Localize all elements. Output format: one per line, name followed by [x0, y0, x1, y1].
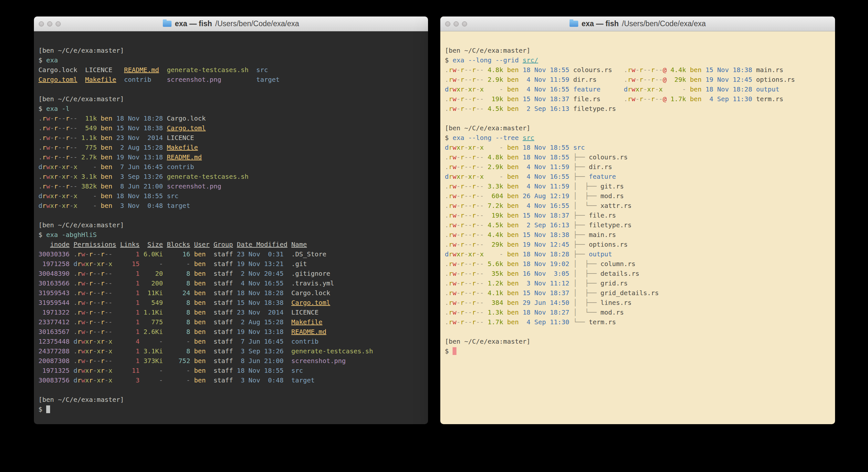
- terminal-text: [163, 270, 186, 277]
- permission-bit: r: [472, 85, 476, 93]
- terminal-text: 19 Nov 13:18: [237, 328, 284, 335]
- terminal-screen[interactable]: [ben ~/C/e/exa:master]$ exaCargo.lock LI…: [34, 31, 428, 414]
- permission-bit: -: [62, 114, 66, 122]
- terminal-text: 12375448: [38, 337, 69, 345]
- permission-bit: x: [457, 250, 460, 258]
- permission-bit: -: [457, 318, 460, 326]
- terminal-text: exa --long --grid: [453, 56, 523, 64]
- terminal-text: [ben ~/C/e/exa:master]: [445, 337, 530, 345]
- zoom-button[interactable]: [462, 21, 467, 27]
- close-button[interactable]: [445, 21, 450, 27]
- permission-bit: r: [101, 250, 105, 258]
- terminal-text: 35k: [492, 270, 503, 277]
- permission-bit: -: [97, 308, 101, 316]
- terminal-screen[interactable]: [ben ~/C/e/exa:master]$ exa --long --gri…: [440, 31, 835, 356]
- permission-bit: -: [62, 182, 66, 190]
- permission-bit: -: [480, 221, 484, 229]
- permission-bit: r: [54, 182, 58, 190]
- titlebar[interactable]: exa — fish /Users/ben/Code/exa/exa: [440, 17, 835, 31]
- minimize-button[interactable]: [454, 21, 459, 27]
- permission-bit: -: [93, 250, 97, 258]
- terminal-text: Date Modified: [237, 240, 287, 248]
- terminal-text: [97, 144, 101, 151]
- desktop: { "desktop": { "background": "#000000" }…: [0, 0, 868, 472]
- terminal-line: drwxr-xr-x - ben 18 Nov 18:55 src: [445, 143, 831, 152]
- permission-bit: -: [69, 173, 73, 180]
- terminal-text: [163, 299, 186, 306]
- permission-bit: .: [445, 211, 449, 219]
- terminal-text: 18 Nov 18:28: [116, 114, 163, 122]
- permission-bit: .: [73, 279, 77, 287]
- permission-bit: -: [69, 124, 73, 132]
- terminal-text: ├──: [573, 250, 589, 258]
- terminal-text: [77, 134, 81, 142]
- terminal-text: [519, 299, 523, 306]
- terminal-text: 2 Aug 15:28: [237, 318, 284, 326]
- terminal-line: 20087308 .rw-r--r-- 1 373Ki 752 ben staf…: [38, 356, 424, 366]
- permission-bit: x: [62, 202, 66, 209]
- permission-bit: -: [464, 153, 468, 161]
- close-button[interactable]: [39, 21, 44, 27]
- permission-bit: -: [464, 182, 468, 190]
- terminal-text: [77, 202, 93, 209]
- permission-bit: r: [460, 289, 464, 297]
- terminal-text: ├──: [573, 211, 589, 219]
- terminal-text: [163, 202, 167, 209]
- terminal-text: $: [445, 134, 453, 142]
- terminal-line: [ben ~/C/e/exa:master]: [38, 220, 424, 230]
- terminal-text: 18 Nov 18:55: [523, 144, 569, 151]
- permission-bit: .: [445, 270, 449, 277]
- permission-bit: x: [108, 347, 113, 355]
- minimize-button[interactable]: [47, 21, 52, 27]
- terminal-text: 23 Nov 2014: [116, 134, 163, 142]
- terminal-text: [503, 299, 507, 306]
- terminal-line: 31959543 .rw-r--r-- 1 11Ki 24 ben staff …: [38, 288, 424, 298]
- titlebar[interactable]: exa — fish /Users/ben/Code/exa/exa: [34, 17, 428, 31]
- terminal-text: target: [256, 76, 279, 83]
- terminal-text: [206, 376, 214, 384]
- permission-bit: r: [101, 357, 105, 365]
- terminal-text: target: [291, 376, 315, 384]
- permission-bit: .: [445, 192, 449, 200]
- terminal-text: ben: [690, 85, 702, 93]
- permission-bit: x: [108, 376, 113, 384]
- terminal-text: [140, 318, 151, 326]
- permission-bit: -: [93, 366, 97, 374]
- terminal-text: [163, 328, 186, 335]
- terminal-text: [77, 124, 85, 132]
- terminal-text: main.rs: [589, 231, 616, 239]
- terminal-text: [503, 318, 507, 326]
- terminal-text: [206, 328, 214, 335]
- terminal-text: [38, 240, 50, 248]
- permission-bit: r: [472, 202, 476, 209]
- permission-bit: r: [42, 173, 46, 180]
- permission-bit: w: [81, 260, 85, 268]
- permission-bit: r: [101, 337, 105, 345]
- terminal-text: 1.2k: [488, 279, 503, 287]
- terminal-text: [113, 153, 116, 161]
- terminal-line: .rw-r--r-- 4.5k ben 2 Sep 16:13 filetype…: [445, 104, 831, 114]
- terminal-text: src: [523, 134, 534, 142]
- terminal-text: [116, 76, 124, 83]
- permission-bit: x: [97, 376, 101, 384]
- permission-bit: r: [42, 192, 46, 200]
- terminal-text: [484, 318, 488, 326]
- terminal-text: [503, 270, 507, 277]
- permission-bit: -: [50, 153, 54, 161]
- terminal-text: $: [38, 105, 46, 113]
- terminal-text: [569, 95, 573, 103]
- permission-bit: -: [457, 221, 460, 229]
- permission-bit: r: [77, 366, 81, 374]
- terminal-text: [503, 85, 507, 93]
- permission-bit: r: [101, 347, 105, 355]
- terminal-text: └──: [573, 318, 589, 326]
- terminal-text: 29k: [675, 76, 686, 83]
- permission-bit: -: [476, 182, 480, 190]
- terminal-text: [569, 250, 573, 258]
- permission-bit: .: [445, 221, 449, 229]
- permission-bit: r: [472, 299, 476, 306]
- terminal-text: ben: [507, 173, 519, 180]
- permission-bit: r: [77, 299, 81, 306]
- zoom-button[interactable]: [56, 21, 61, 27]
- permission-bit: -: [69, 202, 73, 209]
